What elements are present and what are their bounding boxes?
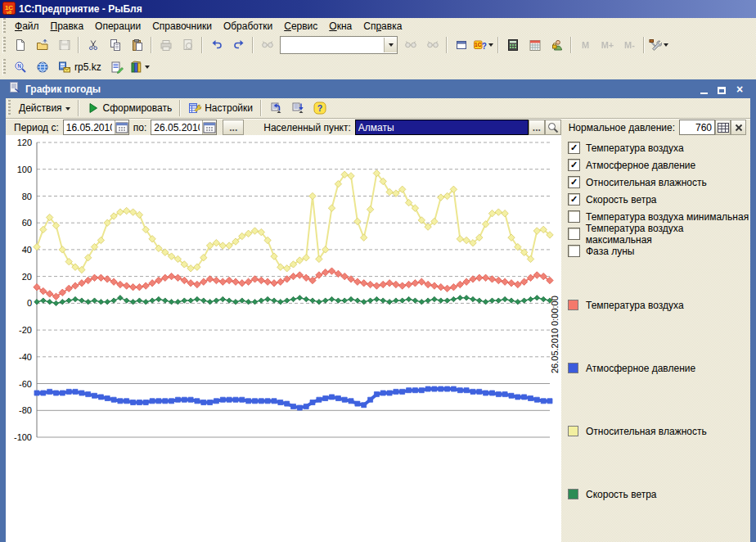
date-to-picker-button[interactable]: [202, 120, 216, 134]
minimize-button[interactable]: [698, 84, 709, 94]
to-label: по:: [133, 122, 147, 133]
combo-dropdown-button[interactable]: [384, 38, 397, 52]
y-axis-tick-label: -100: [14, 432, 32, 442]
menu-bar: ФайлПравкаОперацииСправочникиОбработкиСе…: [0, 18, 756, 34]
paste-icon: [131, 38, 144, 52]
custom-toolbar: Nrp5.kz: [0, 56, 756, 78]
cut-button[interactable]: [82, 35, 104, 55]
find-icon: [404, 38, 417, 52]
pressure-clear-button[interactable]: [731, 120, 746, 135]
menu-item-Справочники[interactable]: Справочники: [146, 19, 218, 34]
period-dots-button[interactable]: ...: [223, 120, 244, 135]
copy-button[interactable]: [104, 35, 126, 55]
child-window-title: График погоды: [25, 84, 101, 95]
chevron-down-icon: [389, 43, 394, 49]
checkbox-label: Атмосферное давление: [586, 160, 695, 171]
paste-button[interactable]: [126, 35, 148, 55]
toolbar-gripper[interactable]: [2, 37, 6, 53]
save-icon: [58, 38, 71, 52]
user-session-button[interactable]: [546, 35, 568, 55]
toolbar-gripper[interactable]: [7, 100, 11, 116]
chart-canvas: 120100806040200-20-40-60-80-10026.05.201…: [6, 135, 561, 523]
y-axis-tick-label: -60: [19, 379, 32, 389]
open-button[interactable]: [31, 35, 53, 55]
date-from-picker-button[interactable]: [115, 120, 128, 134]
series-markers: [34, 386, 552, 410]
date-from-input[interactable]: [64, 122, 115, 133]
menu-item-Правка[interactable]: Правка: [45, 19, 90, 34]
calculator-button[interactable]: [502, 35, 524, 55]
y-axis-tick-label: 0: [27, 298, 32, 308]
generate-button[interactable]: Сформировать: [82, 98, 178, 118]
date-to-input[interactable]: [151, 122, 202, 133]
series-checkbox-3[interactable]: ✓Относительная влажность: [568, 174, 750, 191]
svg-text:?: ?: [317, 103, 322, 113]
cut-icon: [87, 38, 100, 52]
checkbox-icon[interactable]: ✓: [568, 142, 580, 154]
menu-item-Файл[interactable]: Файл: [9, 19, 45, 34]
svg-text:N: N: [17, 63, 21, 69]
save-settings-button[interactable]: [286, 98, 308, 118]
series-checkbox-4[interactable]: ✓Скорость ветра: [568, 191, 750, 208]
y-axis-tick-label: 100: [17, 165, 32, 174]
restore-settings-button[interactable]: [264, 98, 286, 118]
books-button[interactable]: [128, 57, 151, 77]
books-icon: [130, 61, 143, 74]
report-pencil-icon: [110, 61, 124, 74]
menu-item-Сервис[interactable]: Сервис: [278, 19, 323, 34]
close-button[interactable]: ×: [734, 84, 745, 94]
tools-button[interactable]: [647, 35, 670, 55]
globe-icon: [36, 61, 49, 74]
pressure-calc-button[interactable]: [715, 120, 731, 135]
globe-button[interactable]: [31, 57, 53, 77]
checkbox-icon[interactable]: [568, 245, 580, 257]
help-round-icon: ?: [313, 102, 326, 115]
new-document-button[interactable]: [9, 35, 31, 55]
redo-button[interactable]: [227, 35, 250, 55]
settings-button[interactable]: Настройки: [183, 98, 258, 118]
menubar-gripper[interactable]: [2, 18, 6, 34]
rp5-site-button[interactable]: rp5.kz: [53, 57, 106, 77]
rp5-icon: [58, 61, 71, 74]
find-prev-button: [421, 35, 443, 55]
checkbox-icon[interactable]: ✓: [568, 159, 580, 171]
calendar-button[interactable]: [524, 35, 546, 55]
checkbox-icon[interactable]: ✓: [568, 193, 580, 206]
toolbar-separator: [201, 37, 203, 53]
undo-button[interactable]: [205, 35, 227, 55]
y-axis-tick-label: -40: [19, 352, 32, 362]
toolbar-gripper[interactable]: [2, 59, 6, 75]
city-dots-button[interactable]: ...: [529, 120, 545, 135]
city-input[interactable]: [356, 122, 528, 133]
y-axis-tick-label: 40: [22, 245, 32, 255]
weather-chart: 120100806040200-20-40-60-80-10026.05.201…: [6, 135, 561, 542]
zoom-n-icon: N: [14, 61, 27, 74]
memory-add-button: M+: [596, 35, 619, 55]
series-checkbox-6[interactable]: Температура воздуха максимальная: [568, 225, 750, 242]
menu-item-Окна[interactable]: Окна: [323, 19, 358, 34]
date-picker-icon: [203, 121, 216, 134]
actions-button[interactable]: Действия: [14, 98, 75, 118]
find-number-button[interactable]: N: [9, 57, 31, 77]
menu-item-Операции[interactable]: Операции: [89, 19, 146, 34]
report-button[interactable]: [106, 57, 128, 77]
menu-item-Справка[interactable]: Справка: [358, 19, 407, 34]
menu-item-Обработки[interactable]: Обработки: [218, 19, 278, 34]
checkbox-icon[interactable]: [568, 210, 580, 223]
toolbar-separator: [643, 37, 645, 53]
checkbox-icon[interactable]: [568, 228, 580, 240]
toolbar-separator: [446, 37, 448, 53]
maximize-button[interactable]: [716, 84, 727, 94]
series-checkbox-1[interactable]: ✓Температура воздуха: [568, 139, 750, 156]
city-search-button[interactable]: [545, 120, 561, 135]
help-1c-button[interactable]: 1С?: [472, 35, 495, 55]
form-toolbar: ДействияСформироватьНастройки?: [6, 98, 750, 119]
windows-list-button[interactable]: [450, 35, 472, 55]
logo-1c-icon: 1Сv8: [2, 2, 16, 15]
pressure-input[interactable]: [680, 122, 714, 133]
print-button: [155, 35, 177, 55]
search-combo[interactable]: [280, 36, 398, 54]
checkbox-icon[interactable]: ✓: [568, 176, 580, 188]
series-checkbox-2[interactable]: ✓Атмосферное давление: [568, 156, 750, 174]
form-help-button[interactable]: ?: [308, 98, 331, 118]
